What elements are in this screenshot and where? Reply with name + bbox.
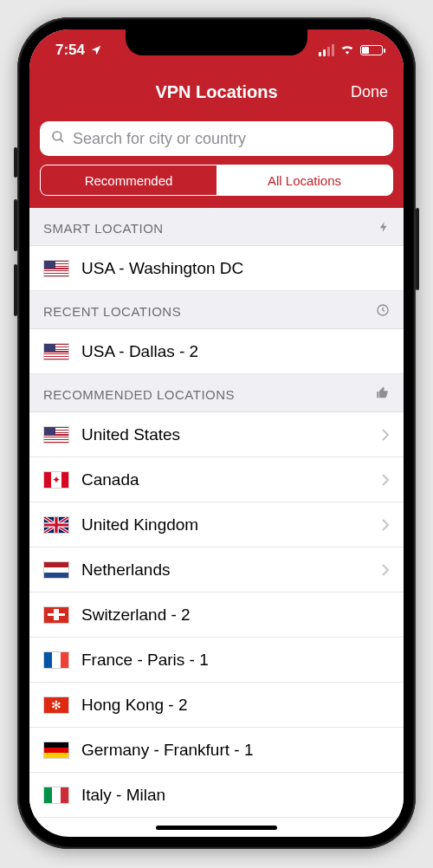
recommended-location-row[interactable]: ✻Hong Kong - 2 (29, 683, 404, 728)
nav-bar: VPN Locations Done (29, 71, 404, 113)
recommended-location-row[interactable]: Germany - Frankfurt - 1 (29, 728, 404, 773)
cellular-signal-icon (319, 44, 334, 56)
flag-icon-ca: ✦ (43, 471, 69, 489)
location-label: Italy - Milan (81, 786, 390, 805)
tab-all-locations[interactable]: All Locations (216, 165, 392, 195)
location-services-icon (90, 42, 102, 59)
recommended-location-row[interactable]: United States (29, 412, 404, 457)
flag-icon-us (43, 343, 69, 360)
flag-icon-de (43, 742, 69, 759)
recommended-location-row[interactable]: Switzerland - 2 (29, 593, 404, 638)
section-header-smart: SMART LOCATION (29, 208, 404, 246)
location-label: Germany - Frankfurt - 1 (81, 741, 390, 760)
battery-icon (360, 45, 383, 55)
chevron-right-icon (381, 428, 390, 442)
recent-location-row[interactable]: USA - Dallas - 2 (29, 329, 404, 374)
flag-icon-nl (43, 561, 69, 579)
chevron-right-icon (381, 518, 390, 532)
flag-icon-fr (43, 651, 69, 669)
search-icon (50, 129, 66, 148)
flag-icon-hk: ✻ (43, 696, 69, 714)
section-title: RECENT LOCATIONS (43, 304, 181, 319)
location-label: USA - Dallas - 2 (81, 342, 390, 361)
tab-recommended[interactable]: Recommended (41, 165, 216, 195)
status-time: 7:54 (55, 42, 85, 59)
chevron-right-icon (381, 473, 390, 487)
search-field[interactable] (40, 121, 393, 156)
location-label: United States (81, 425, 369, 444)
home-indicator[interactable] (156, 826, 277, 830)
location-label: United Kingdom (81, 515, 369, 534)
section-header-recommended: RECOMMENDED LOCATIONS (29, 374, 404, 412)
flag-icon-us (43, 426, 69, 444)
wifi-icon (339, 42, 355, 59)
search-input[interactable] (73, 130, 383, 148)
section-header-recent: RECENT LOCATIONS (29, 291, 404, 329)
flag-icon-us (43, 260, 69, 277)
recommended-location-row[interactable]: Italy - Milan (29, 773, 404, 818)
location-label: France - Paris - 1 (81, 651, 390, 670)
smart-location-row[interactable]: USA - Washington DC (29, 246, 404, 291)
location-label: Netherlands (81, 560, 369, 580)
flag-icon-ch (43, 606, 69, 624)
done-button[interactable]: Done (351, 83, 388, 101)
svg-line-1 (60, 139, 63, 142)
lightning-icon (378, 220, 390, 236)
chevron-right-icon (381, 563, 390, 577)
location-label: Canada (81, 470, 369, 489)
segmented-control: Recommended All Locations (40, 165, 393, 196)
recommended-location-row[interactable]: Netherlands (29, 547, 404, 593)
section-title: SMART LOCATION (43, 221, 164, 236)
flag-icon-uk (43, 516, 69, 534)
clock-icon (376, 303, 390, 320)
location-label: Hong Kong - 2 (81, 696, 390, 715)
location-label: USA - Washington DC (81, 259, 390, 278)
section-title: RECOMMENDED LOCATIONS (43, 387, 235, 402)
recommended-location-row[interactable]: United Kingdom (29, 502, 404, 547)
page-title: VPN Locations (155, 82, 277, 102)
thumbs-up-icon (376, 386, 390, 403)
svg-point-0 (53, 132, 61, 140)
flag-icon-it (43, 787, 69, 804)
recommended-location-row[interactable]: ✦Canada (29, 457, 404, 502)
recommended-location-row[interactable]: France - Paris - 1 (29, 638, 404, 683)
location-label: Switzerland - 2 (81, 606, 390, 625)
